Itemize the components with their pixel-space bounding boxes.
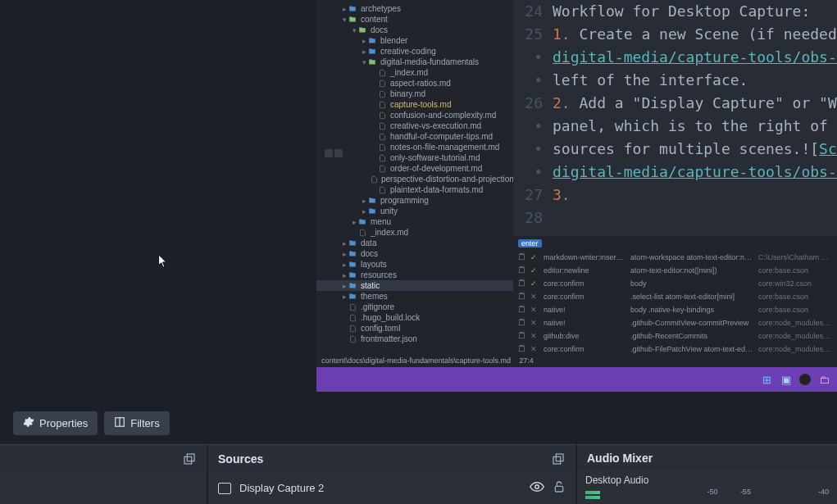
tree-file[interactable]: frontmatter.json xyxy=(316,334,513,344)
code-line[interactable]: •sources for multiple scenes.![Scr xyxy=(513,138,837,161)
file-icon xyxy=(348,325,357,333)
tree-item-label: blender xyxy=(380,36,407,45)
folder-icon xyxy=(367,37,377,45)
line-gutter: 25 xyxy=(513,23,553,46)
tree-folder[interactable]: ▾docs xyxy=(316,25,513,35)
code-line[interactable]: 273. xyxy=(513,184,837,207)
tree-folder[interactable]: ▸creative-coding xyxy=(316,46,513,57)
tree-folder[interactable]: ▾digital-media-fundamentals xyxy=(316,57,513,67)
clipboard-icon[interactable] xyxy=(518,266,525,275)
source-item[interactable]: Display Capture 2 xyxy=(216,474,567,502)
tree-file[interactable]: _index.md xyxy=(316,67,513,78)
tree-folder[interactable]: ▸programming xyxy=(316,195,513,206)
code-line[interactable]: 251. Create a new Scene (if needed) xyxy=(513,23,837,46)
tree-folder[interactable]: ▸static xyxy=(316,280,513,291)
editor-file-tree[interactable]: ▸archetypes▾content▾docs▸blender▸creativ… xyxy=(316,0,513,354)
code-line[interactable]: 24Workflow for Desktop Capture: xyxy=(513,0,837,23)
tree-folder[interactable]: ▸blender xyxy=(316,35,513,46)
popout-icon[interactable] xyxy=(182,452,197,466)
code-line[interactable]: 262. Add a "Display Capture" or "Wi xyxy=(513,92,837,115)
folder-icon xyxy=(367,207,377,216)
tree-folder[interactable]: ▸resources xyxy=(316,270,513,280)
tree-folder[interactable]: ▸menu xyxy=(316,216,513,227)
file-icon xyxy=(348,303,357,311)
clipboard-icon[interactable] xyxy=(518,318,525,328)
tree-file[interactable]: aspect-ratios.md xyxy=(316,78,513,89)
line-gutter: 28 xyxy=(513,207,553,229)
tree-file[interactable]: config.toml xyxy=(316,323,513,334)
clipboard-icon[interactable] xyxy=(518,344,525,354)
tree-folder[interactable]: ▸docs xyxy=(316,248,513,259)
tree-file[interactable]: notes-on-file-management.md xyxy=(316,142,513,152)
tree-item-label: capture-tools.md xyxy=(390,100,451,109)
tree-file[interactable]: _index.md xyxy=(316,227,513,238)
keybinding-row[interactable]: ✕github:dive.github-RecentCommitscore:no… xyxy=(518,329,832,343)
check-icon: ✓ xyxy=(530,266,539,275)
taskbar-explorer-icon[interactable]: 🗀 xyxy=(817,373,830,386)
line-gutter: • xyxy=(513,69,553,92)
clipboard-icon[interactable] xyxy=(518,279,525,288)
keybinding-row[interactable]: ✕native!body .native-key-bindingscore:ba… xyxy=(518,303,832,316)
obs-preview-area[interactable]: ▸archetypes▾content▾docs▸blender▸creativ… xyxy=(0,0,837,406)
keybinding-source: C:\Users\Chatham University\.atom\pack xyxy=(758,253,832,261)
keybinding-row[interactable]: ✓core:confirmbodycore:win32.cson xyxy=(518,277,832,290)
clipboard-icon[interactable] xyxy=(518,331,525,341)
code-text: 1. Create a new Scene (if needed) xyxy=(553,23,837,46)
taskbar-app-icon[interactable]: ▣ xyxy=(780,373,793,386)
clipboard-icon[interactable] xyxy=(518,252,525,262)
code-text: digital-media/capture-tools/obs-n xyxy=(553,46,837,69)
tree-view-toggle[interactable] xyxy=(325,149,343,157)
tree-file[interactable]: order-of-development.md xyxy=(316,163,513,174)
tree-file[interactable]: handful-of-computer-tips.md xyxy=(316,131,513,142)
tree-folder[interactable]: ▸data xyxy=(316,238,513,248)
tree-folder[interactable]: ▸layouts xyxy=(316,259,513,270)
tree-file[interactable]: plaintext-data-formats.md xyxy=(316,184,513,195)
tree-file[interactable]: confusion-and-complexity.md xyxy=(316,110,513,120)
taskbar-obs-icon[interactable] xyxy=(799,374,811,385)
windows-taskbar[interactable]: ⊞ ▣ 🗀 xyxy=(316,367,837,392)
code-line[interactable]: 28 xyxy=(513,207,837,229)
clipboard-icon[interactable] xyxy=(518,292,525,302)
code-line[interactable]: •left of the interface. xyxy=(513,69,837,92)
properties-button[interactable]: Properties xyxy=(13,411,98,435)
tree-folder[interactable]: ▾content xyxy=(316,14,513,25)
clipboard-icon[interactable] xyxy=(518,305,525,315)
tree-item-label: plaintext-data-formats.md xyxy=(390,185,483,194)
folder-icon xyxy=(348,5,357,13)
obs-docks-row: Sources Display Capture 2 Audio Mixer xyxy=(0,444,837,504)
visibility-toggle-icon[interactable] xyxy=(530,479,544,497)
tree-file[interactable]: capture-tools.md xyxy=(316,99,513,110)
taskbar-start-icon[interactable]: ⊞ xyxy=(760,373,773,386)
tree-file[interactable]: only-software-tutorial.md xyxy=(316,152,513,163)
keybinding-row[interactable]: ✓editor:newlineatom-text-editor:not([min… xyxy=(518,264,832,277)
tree-folder[interactable]: ▸themes xyxy=(316,291,513,302)
vu-meter: -50-55-40 xyxy=(585,489,829,501)
code-line[interactable]: •digital-media/capture-tools/obs-c xyxy=(513,161,837,184)
keybinding-source: core:node_modules\github\keymaps\git xyxy=(758,332,832,340)
tree-file[interactable]: creative-vs-execution.md xyxy=(316,120,513,131)
svg-rect-20 xyxy=(556,454,563,461)
audio-mixer-panel[interactable]: Audio Mixer Desktop Audio -50-55-40 xyxy=(577,444,837,504)
vu-bar-right xyxy=(585,496,600,499)
tree-file[interactable]: .gitignore xyxy=(316,302,513,312)
keybinding-row[interactable]: ✕native!.github-CommitView-commitPreview… xyxy=(518,316,832,329)
keybinding-row[interactable]: ✓markdown-writer:insert-new-lineatom-wor… xyxy=(518,251,832,264)
tree-file[interactable]: binary.md xyxy=(316,89,513,99)
popout-icon[interactable] xyxy=(551,452,566,466)
filters-button[interactable]: Filters xyxy=(104,411,169,435)
keybinding-row[interactable]: ✕core:confirm.select-list atom-text-edit… xyxy=(518,290,832,303)
tree-file[interactable]: perspective-distortion-and-projections.m… xyxy=(316,174,513,184)
sources-panel[interactable]: Sources Display Capture 2 xyxy=(208,444,577,504)
tree-collapse-icon[interactable] xyxy=(325,149,333,157)
code-line[interactable]: •panel, which is to the right of t xyxy=(513,115,837,138)
tree-folder[interactable]: ▸archetypes xyxy=(316,3,513,14)
tree-expand-icon[interactable] xyxy=(334,149,343,157)
x-icon: ✕ xyxy=(530,332,539,340)
lock-toggle-icon[interactable] xyxy=(553,480,566,496)
editor-code-area[interactable]: 24Workflow for Desktop Capture:251. Crea… xyxy=(513,0,837,236)
tree-folder[interactable]: ▸unity xyxy=(316,206,513,216)
keybinding-resolver-panel[interactable]: enter ✓markdown-writer:insert-new-lineat… xyxy=(513,236,837,355)
code-line[interactable]: •digital-media/capture-tools/obs-n xyxy=(513,46,837,69)
tree-file[interactable]: .hugo_build.lock xyxy=(316,312,513,323)
scenes-panel[interactable] xyxy=(0,444,208,504)
